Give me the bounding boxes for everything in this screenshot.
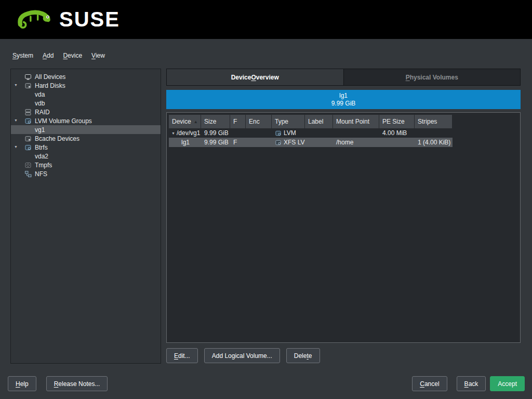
- tree-label: RAID: [35, 109, 50, 116]
- brand-wordmark: SUSE: [59, 8, 120, 31]
- sidebar-item-hard-disks[interactable]: ▼ Hard Disks: [11, 81, 161, 90]
- menu-device[interactable]: Device: [62, 51, 83, 60]
- device-banner: lg1 9.99 GiB: [166, 90, 521, 109]
- cell-type: LVM: [284, 129, 296, 137]
- back-button[interactable]: Back: [457, 376, 486, 391]
- cancel-button[interactable]: Cancel: [412, 376, 447, 391]
- table-actions: Edit... Add Logical Volume... Delete: [166, 348, 320, 363]
- collapse-expander-icon[interactable]: ▼: [14, 116, 24, 125]
- row-expander-icon[interactable]: ▼: [170, 131, 177, 135]
- collapse-expander-icon[interactable]: ▼: [14, 81, 24, 90]
- col-header-label: Stripes: [418, 118, 437, 125]
- device-tree-panel: All Devices ▼ Hard Disks vda vdb RAID ▼ …: [10, 69, 161, 364]
- col-header-label: Size: [204, 118, 216, 125]
- sidebar-item-vdb[interactable]: vdb: [11, 99, 161, 108]
- help-button[interactable]: Help: [8, 376, 36, 391]
- menubar: System Add Device View: [11, 51, 106, 60]
- cell-device: lg1: [181, 139, 190, 146]
- cell-pe-size: 4.00 MiB: [382, 129, 407, 137]
- sidebar-item-bcache-devices[interactable]: Bcache Devices: [11, 134, 161, 143]
- sidebar-item-tmpfs[interactable]: Tmpfs: [11, 161, 161, 169]
- tab-bar: Device Overview Physical Volumes: [166, 69, 521, 86]
- col-header-f[interactable]: F: [230, 115, 246, 128]
- btrfs-icon: [24, 144, 35, 151]
- tree-label: vg1: [35, 126, 45, 134]
- accept-button[interactable]: Accept: [490, 376, 525, 391]
- collapse-expander-icon[interactable]: ▼: [14, 143, 24, 152]
- footer-right: Cancel Back Accept: [412, 376, 525, 391]
- col-header-enc[interactable]: Enc: [246, 115, 272, 128]
- cell-device: /dev/vg1: [177, 129, 200, 137]
- col-header-label: Mount Point: [336, 118, 369, 125]
- col-header-label: Enc: [249, 118, 260, 125]
- add-logical-volume-button[interactable]: Add Logical Volume...: [204, 348, 280, 363]
- tree-label: NFS: [35, 170, 47, 178]
- edit-button[interactable]: Edit...: [166, 348, 198, 363]
- cell-f: F: [233, 139, 237, 146]
- col-header-type[interactable]: Type: [272, 115, 305, 128]
- sort-ascending-icon: ▲: [194, 119, 198, 124]
- col-header-mount-point[interactable]: Mount Point: [333, 115, 379, 128]
- device-table-panel: Device ▲ Size F Enc Type Label Mount Poi…: [166, 112, 521, 343]
- col-header-pe-size[interactable]: PE Size: [379, 115, 415, 128]
- suse-logo-chameleon: [15, 8, 53, 32]
- tree-label: Btrfs: [35, 144, 48, 151]
- cell-size: 9.99 GiB: [204, 129, 229, 137]
- cell-type: XFS LV: [284, 139, 304, 146]
- release-notes-button[interactable]: Release Notes...: [46, 376, 108, 391]
- table-row-lg1[interactable]: lg1 9.99 GiB F XFS LV /home 1 (4.00 KiB): [169, 138, 453, 147]
- col-header-label: Type: [275, 118, 288, 125]
- nfs-icon: [24, 170, 35, 178]
- lvm-icon: [24, 117, 35, 125]
- lvm-icon: [275, 130, 282, 137]
- cell-mount-point: /home: [336, 139, 353, 146]
- col-header-label: Label: [308, 118, 323, 125]
- menu-add[interactable]: Add: [42, 51, 55, 60]
- banner-device-size: 9.99 GiB: [331, 100, 356, 108]
- cell-stripes: 1 (4.00 KiB): [418, 139, 450, 146]
- col-header-size[interactable]: Size: [201, 115, 230, 128]
- tree-label: vda2: [35, 153, 48, 160]
- col-header-stripes[interactable]: Stripes: [415, 115, 453, 128]
- delete-button[interactable]: Delete: [286, 348, 320, 363]
- tab-physical-volumes[interactable]: Physical Volumes: [344, 69, 521, 85]
- xfs-lv-icon: [275, 139, 282, 146]
- sidebar-item-vda[interactable]: vda: [11, 90, 161, 99]
- tree-label: vda: [35, 91, 45, 98]
- tree-label: LVM Volume Groups: [35, 117, 92, 125]
- col-header-label: F: [233, 118, 237, 125]
- table-row-dev-vg1[interactable]: ▼ /dev/vg1 9.99 GiB LVM 4.00 MiB: [169, 128, 453, 138]
- computer-icon: [24, 73, 35, 81]
- table-header: Device ▲ Size F Enc Type Label Mount Poi…: [169, 115, 453, 128]
- sidebar-item-all-devices[interactable]: All Devices: [11, 72, 161, 81]
- sidebar-item-btrfs[interactable]: ▼ Btrfs: [11, 143, 161, 152]
- raid-icon: [24, 109, 35, 116]
- bcache-icon: [24, 135, 35, 142]
- brand-header: SUSE: [0, 0, 532, 39]
- tree-label: Bcache Devices: [35, 135, 79, 142]
- footer-left: Help Release Notes...: [8, 376, 108, 391]
- col-header-label: PE Size: [382, 118, 405, 125]
- cell-size: 9.99 GiB: [204, 139, 229, 146]
- banner-device-name: lg1: [339, 92, 348, 100]
- sidebar-item-vda2[interactable]: vda2: [11, 152, 161, 161]
- sidebar-item-nfs[interactable]: NFS: [11, 169, 161, 178]
- tree-label: All Devices: [35, 73, 65, 81]
- tree-label: Hard Disks: [35, 82, 65, 89]
- sidebar-item-vg1[interactable]: vg1: [11, 125, 161, 134]
- col-header-label-col[interactable]: Label: [305, 115, 333, 128]
- tree-label: vdb: [35, 100, 45, 107]
- tab-device-overview[interactable]: Device Overview: [167, 69, 344, 85]
- col-header-label: Device: [172, 118, 191, 125]
- tree-label: Tmpfs: [35, 162, 52, 169]
- menu-system[interactable]: System: [11, 51, 34, 60]
- tmpfs-icon: [24, 162, 35, 169]
- sidebar-item-lvm-volume-groups[interactable]: ▼ LVM Volume Groups: [11, 116, 161, 125]
- sidebar-item-raid[interactable]: RAID: [11, 108, 161, 116]
- col-header-device[interactable]: Device ▲: [169, 115, 201, 128]
- disk-icon: [24, 82, 35, 89]
- menu-view[interactable]: View: [90, 51, 106, 60]
